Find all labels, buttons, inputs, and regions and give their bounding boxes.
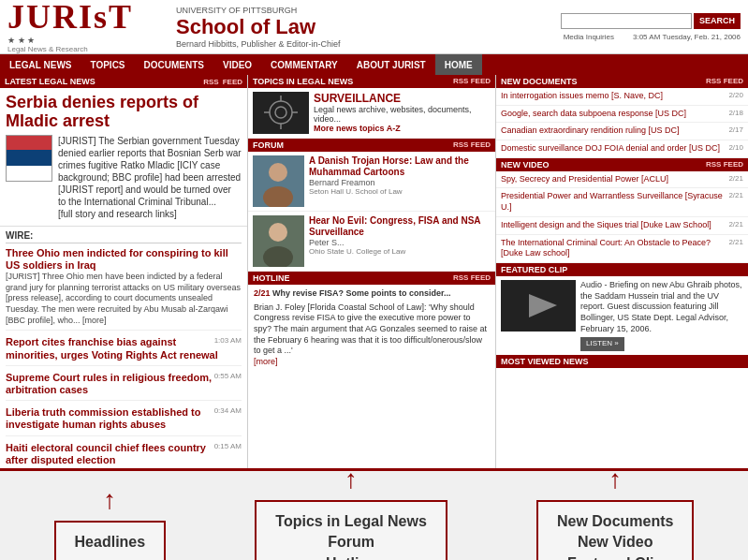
full-story-link[interactable]: [full story and research links] — [58, 209, 177, 219]
svg-point-8 — [269, 163, 287, 182]
nav-documents[interactable]: DOCUMENTS — [135, 54, 213, 75]
forum-person-thumb-1 — [253, 155, 304, 207]
forum-content-2: Hear No Evil: Congress, FISA and NSA Sur… — [309, 215, 491, 256]
new-docs-label: New Documents New Video Featured Clip — [536, 500, 694, 560]
topics-feed[interactable]: FEED — [471, 77, 491, 85]
school-name: School of Law — [176, 15, 561, 39]
hotline-story-title[interactable]: Why revise FISA? Some points to consider… — [272, 288, 451, 298]
forum-author: Bernard Freamon — [309, 178, 491, 187]
docs-rss[interactable]: RSS — [706, 77, 721, 85]
doc-link[interactable]: Domestic surveillance DOJ FOIA denial an… — [501, 143, 725, 155]
list-item: In interrogation issues memo [S. Nave, D… — [496, 88, 748, 106]
forum-title: FORUM — [253, 140, 284, 150]
hotline-more-link[interactable]: [more] — [254, 357, 278, 366]
svg-point-11 — [269, 223, 287, 242]
middle-column: TOPICS IN LEGAL NEWS RSS FEED SURV — [248, 75, 496, 468]
doc-link[interactable]: Google, search data subpoena response [U… — [501, 109, 725, 120]
list-item: Domestic surveillance DOJ FOIA denial an… — [496, 140, 748, 158]
listen-button[interactable]: LISTEN » — [580, 337, 624, 350]
feed-link[interactable]: FEED — [223, 78, 242, 86]
nav-home[interactable]: HOME — [435, 54, 482, 75]
latest-news-header: LATEST LEGAL NEWS RSS FEED — [0, 75, 247, 88]
wire-story-title[interactable]: Report cites franchise bias against mino… — [6, 336, 242, 361]
search-button[interactable]: SEARCH — [694, 13, 741, 29]
header-right: SEARCH Media Inquiries 3:05 AM Tuesday, … — [561, 13, 741, 41]
nav-about[interactable]: ABOUT JURIST — [347, 54, 435, 75]
video-date: 2/21 — [728, 238, 743, 259]
video-rss[interactable]: RSS — [706, 160, 721, 169]
topic-item: SURVEILLANCE Legal news archive, website… — [248, 88, 495, 139]
list-item: Three Ohio men indicted for conspiring t… — [6, 247, 242, 332]
new-docs-title: NEW DOCUMENTS — [501, 77, 578, 86]
new-docs-arrow: ↑ — [609, 466, 622, 493]
hotline-title: HOTLINE — [253, 273, 290, 283]
wire-story-time: 0:55 AM — [214, 372, 242, 380]
clip-thumbnail — [501, 280, 576, 332]
topic-link[interactable]: More news topics A-Z — [314, 124, 491, 133]
main-story: Serbia denies reports of Mladic arrest [… — [0, 88, 247, 227]
doc-date: 2/20 — [728, 91, 743, 102]
topic-text: Legal news archive, websites, documents,… — [314, 105, 491, 124]
surveillance-thumb — [253, 92, 309, 134]
hotline-date: 2/21 — [254, 288, 271, 298]
doc-link[interactable]: Canadian extraordinary rendition ruling … — [501, 125, 725, 137]
forum-content-1: A Danish Trojan Horse: Law and the Muham… — [309, 155, 491, 196]
hotline-rss[interactable]: RSS — [453, 273, 468, 282]
featured-clip-header: FEATURED CLIP — [496, 263, 748, 276]
nav-video[interactable]: VIDEO — [213, 54, 261, 75]
headlines-label: Headlines — [54, 521, 167, 560]
wire-story-title[interactable]: Haiti electoral council chief flees coun… — [6, 442, 242, 466]
forum-item-title[interactable]: A Danish Trojan Horse: Law and the Muham… — [309, 155, 491, 178]
list-item: Presidential Power and Warrantless Surve… — [496, 188, 748, 216]
doc-date: 2/10 — [728, 143, 743, 155]
topic-title[interactable]: SURVEILLANCE — [314, 92, 491, 105]
forum-feed[interactable]: FEED — [471, 140, 491, 149]
new-video-links: RSS FEED — [706, 160, 743, 169]
headlines-annotation: ↑ Headlines — [54, 487, 167, 560]
wire-section: WIRE: Three Ohio men indicted for conspi… — [0, 227, 247, 468]
list-item: Google, search data subpoena response [U… — [496, 106, 748, 124]
wire-label: WIRE: — [6, 230, 242, 243]
hotline-story-text: Brian J. Foley [Florida Coastal School o… — [254, 302, 490, 357]
nav-legal-news[interactable]: LEGAL NEWS — [0, 54, 81, 75]
video-link[interactable]: Spy, Secrecy and Presidential Power [ACL… — [501, 174, 725, 185]
main-story-title: Serbia denies reports of Mladic arrest — [6, 94, 242, 131]
forum-author: Peter S... — [309, 238, 491, 247]
list-item: The International Criminal Court: An Obs… — [496, 235, 748, 263]
doc-date: 2/17 — [728, 125, 743, 137]
video-link[interactable]: The International Criminal Court: An Obs… — [501, 238, 725, 259]
logo-area: JURIsT ★ ★ ★ Legal News & Research — [7, 0, 167, 53]
docs-feed[interactable]: FEED — [724, 77, 743, 85]
doc-link[interactable]: In interrogation issues memo [S. Nave, D… — [501, 91, 725, 102]
university-name: UNIVERSITY OF PITTSBURGH — [176, 6, 561, 15]
wire-story-title[interactable]: Three Ohio men indicted for conspiring t… — [6, 247, 242, 272]
search-input[interactable] — [561, 13, 692, 29]
hotline-feed[interactable]: FEED — [471, 273, 491, 282]
video-date: 2/21 — [728, 191, 743, 213]
video-link[interactable]: Intelligent design and the Siques trial … — [501, 220, 725, 231]
forum-item: A Danish Trojan Horse: Law and the Muham… — [248, 152, 495, 212]
rss-link[interactable]: RSS — [203, 78, 218, 86]
navbar: LEGAL NEWS TOPICS DOCUMENTS VIDEO COMMEN… — [0, 54, 748, 75]
hotline-content: 2/21 Why revise FISA? Some points to con… — [248, 285, 495, 372]
right-column: NEW DOCUMENTS RSS FEED In interrogation … — [496, 75, 748, 468]
topics-arrow: ↑ — [345, 466, 358, 493]
video-date: 2/21 — [728, 220, 743, 231]
serbia-flag — [6, 135, 52, 182]
forum-item-title[interactable]: Hear No Evil: Congress, FISA and NSA Sur… — [309, 215, 491, 238]
hotline-header: HOTLINE RSS FEED — [248, 272, 495, 285]
topics-title: TOPICS IN LEGAL NEWS — [253, 77, 353, 86]
topics-rss[interactable]: RSS — [453, 77, 468, 85]
new-docs-header: NEW DOCUMENTS RSS FEED — [496, 75, 748, 88]
list-item: 1:03 AM Report cites franchise bias agai… — [6, 336, 242, 365]
nav-topics[interactable]: TOPICS — [81, 54, 134, 75]
wire-story-title[interactable]: Liberia truth commission established to … — [6, 406, 242, 431]
topics-header: TOPICS IN LEGAL NEWS RSS FEED — [248, 75, 495, 88]
header: JURIsT ★ ★ ★ Legal News & Research UNIVE… — [0, 0, 748, 54]
forum-links: RSS FEED — [453, 140, 491, 150]
video-feed[interactable]: FEED — [724, 160, 743, 169]
nav-commentary[interactable]: COMMENTARY — [261, 54, 347, 75]
video-link[interactable]: Presidential Power and Warrantless Surve… — [501, 191, 725, 213]
wire-story-title[interactable]: Supreme Court rules in religious freedom… — [6, 372, 242, 396]
forum-rss[interactable]: RSS — [453, 140, 468, 149]
